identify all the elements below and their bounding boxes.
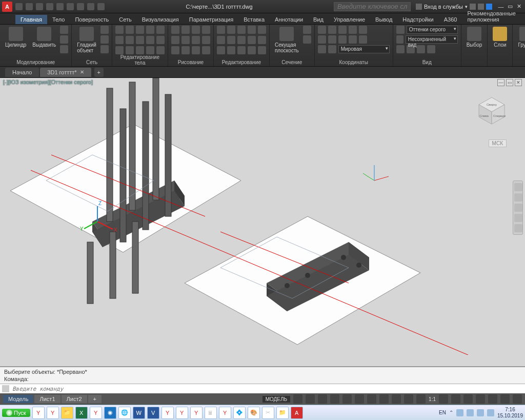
tool-icon[interactable] bbox=[181, 46, 190, 54]
tool-icon[interactable] bbox=[227, 36, 235, 44]
tool-icon[interactable] bbox=[202, 46, 210, 54]
saved-view-combo[interactable]: Несохраненный вид bbox=[406, 35, 458, 44]
taskbar-app-icon[interactable]: 📁 bbox=[276, 407, 289, 419]
taskbar-app-icon[interactable]: 📁 bbox=[61, 407, 73, 419]
panel-title[interactable]: Вид bbox=[396, 59, 458, 66]
model-space-badge[interactable]: МОДЕЛЬ bbox=[262, 396, 290, 403]
tool-icon[interactable] bbox=[181, 26, 190, 34]
workspace-icon[interactable] bbox=[451, 394, 460, 404]
panel-title[interactable]: Рисование bbox=[171, 59, 210, 66]
tool-icon[interactable] bbox=[156, 46, 165, 54]
cylinder-button[interactable]: Цилиндр bbox=[3, 26, 28, 49]
tool-icon[interactable] bbox=[318, 26, 326, 34]
tool-icon[interactable] bbox=[146, 36, 154, 44]
taskbar-app-icon[interactable]: ◉ bbox=[104, 407, 116, 419]
drawing-canvas[interactable]: X Y Z bbox=[0, 78, 525, 355]
taskbar-app-icon[interactable]: Y bbox=[47, 407, 59, 419]
ribbon-tab[interactable]: Сеть bbox=[114, 15, 136, 24]
tool-icon[interactable] bbox=[227, 26, 235, 34]
ribbon-tab[interactable]: Параметризация bbox=[184, 15, 238, 24]
qat-icon[interactable] bbox=[97, 3, 105, 10]
qat-icon[interactable] bbox=[46, 3, 53, 10]
tool-icon[interactable] bbox=[396, 35, 403, 44]
new-tab-button[interactable]: + bbox=[94, 68, 104, 77]
select-button[interactable]: Выбор bbox=[465, 26, 484, 49]
ribbon-tab[interactable]: Визуализация bbox=[137, 15, 184, 24]
command-input[interactable] bbox=[12, 386, 523, 392]
qat-icon[interactable] bbox=[36, 3, 43, 10]
tray-icon[interactable] bbox=[456, 409, 463, 416]
layers-button[interactable]: Слои bbox=[491, 26, 509, 49]
smooth-object-button[interactable]: Гладкий объект bbox=[75, 26, 98, 54]
vp-close-icon[interactable]: ✕ bbox=[515, 79, 522, 86]
taskbar-app-icon[interactable]: V bbox=[147, 407, 159, 419]
otrack-toggle-icon[interactable] bbox=[367, 394, 376, 404]
scale-label[interactable]: 1:1 bbox=[429, 396, 436, 402]
tool-icon[interactable] bbox=[359, 35, 367, 44]
tool-icon[interactable] bbox=[417, 45, 425, 53]
polar-toggle-icon[interactable] bbox=[330, 394, 339, 404]
tool-icon[interactable] bbox=[237, 26, 246, 34]
tool-icon[interactable] bbox=[248, 36, 256, 44]
ribbon-tab[interactable]: Вид bbox=[308, 15, 329, 24]
extrude-button[interactable]: Выдавить bbox=[30, 26, 58, 49]
panel-title[interactable]: Моделирование bbox=[3, 59, 68, 66]
tool-icon[interactable] bbox=[396, 45, 405, 53]
taskbar-app-icon[interactable]: 🌐 bbox=[118, 407, 131, 419]
tool-icon[interactable] bbox=[396, 26, 405, 34]
tool-icon[interactable] bbox=[237, 36, 246, 44]
visual-style-combo[interactable]: Оттенки серого bbox=[407, 26, 458, 34]
tool-icon[interactable] bbox=[202, 26, 210, 34]
tool-icon[interactable] bbox=[100, 45, 109, 53]
taskbar-app-icon[interactable]: 🎨 bbox=[248, 407, 260, 419]
nav-showmotion-icon[interactable] bbox=[514, 224, 522, 232]
ribbon-tab[interactable]: A360 bbox=[439, 15, 462, 24]
vp-restore-icon[interactable]: ▭ bbox=[506, 79, 513, 86]
customize-icon[interactable] bbox=[513, 394, 522, 404]
tool-icon[interactable] bbox=[136, 46, 144, 54]
tool-icon[interactable] bbox=[328, 35, 336, 44]
tool-icon[interactable] bbox=[217, 26, 225, 34]
tool-icon[interactable] bbox=[192, 36, 200, 44]
tray-volume-icon[interactable] bbox=[467, 409, 474, 416]
tool-icon[interactable] bbox=[60, 26, 68, 34]
osnap-toggle-icon[interactable] bbox=[342, 394, 352, 404]
taskbar-app-icon[interactable]: 💠 bbox=[233, 407, 246, 419]
tool-icon[interactable] bbox=[217, 36, 225, 44]
panel-title[interactable]: Редактирование тела bbox=[115, 54, 165, 67]
taskbar-app-icon[interactable]: Y bbox=[219, 407, 231, 419]
nav-wheel-icon[interactable] bbox=[514, 183, 522, 191]
tool-icon[interactable] bbox=[338, 35, 347, 44]
tray-network-icon[interactable] bbox=[477, 409, 484, 416]
vp-minimize-icon[interactable]: — bbox=[497, 79, 504, 86]
ribbon-tab[interactable]: Главная bbox=[15, 15, 47, 24]
groups-button[interactable]: Группы bbox=[516, 26, 525, 49]
tool-icon[interactable] bbox=[427, 45, 435, 53]
taskbar-app-icon[interactable]: Y bbox=[161, 407, 174, 419]
ribbon-tab[interactable]: Вставка bbox=[238, 15, 270, 24]
tool-icon[interactable] bbox=[192, 46, 200, 54]
tool-icon[interactable] bbox=[115, 46, 124, 54]
tool-icon[interactable] bbox=[258, 36, 266, 44]
lineweight-toggle-icon[interactable] bbox=[404, 394, 413, 404]
nav-orbit-icon[interactable] bbox=[514, 214, 522, 222]
annoscale-icon[interactable] bbox=[439, 394, 448, 404]
qat-icon[interactable] bbox=[87, 3, 94, 10]
qat-icon[interactable] bbox=[15, 3, 23, 10]
tool-icon[interactable] bbox=[338, 26, 347, 34]
tool-icon[interactable] bbox=[126, 36, 134, 44]
panel-title[interactable]: Сеть bbox=[75, 59, 109, 66]
taskbar-clock[interactable]: 7:16 15.10.2019 bbox=[497, 407, 523, 419]
tool-icon[interactable] bbox=[258, 46, 266, 54]
tool-icon[interactable] bbox=[136, 26, 144, 34]
tool-icon[interactable] bbox=[349, 26, 357, 34]
tool-icon[interactable] bbox=[136, 36, 144, 44]
ucs-label[interactable]: МСК bbox=[489, 139, 507, 147]
tool-icon[interactable] bbox=[115, 36, 124, 44]
tool-icon[interactable] bbox=[115, 26, 124, 34]
taskbar-app-icon[interactable]: A bbox=[291, 407, 303, 419]
isolate-icon[interactable] bbox=[488, 394, 497, 404]
tool-icon[interactable] bbox=[100, 26, 109, 34]
anno-toggle-icon[interactable] bbox=[463, 394, 473, 404]
taskbar-app-icon[interactable]: Y bbox=[32, 407, 45, 419]
